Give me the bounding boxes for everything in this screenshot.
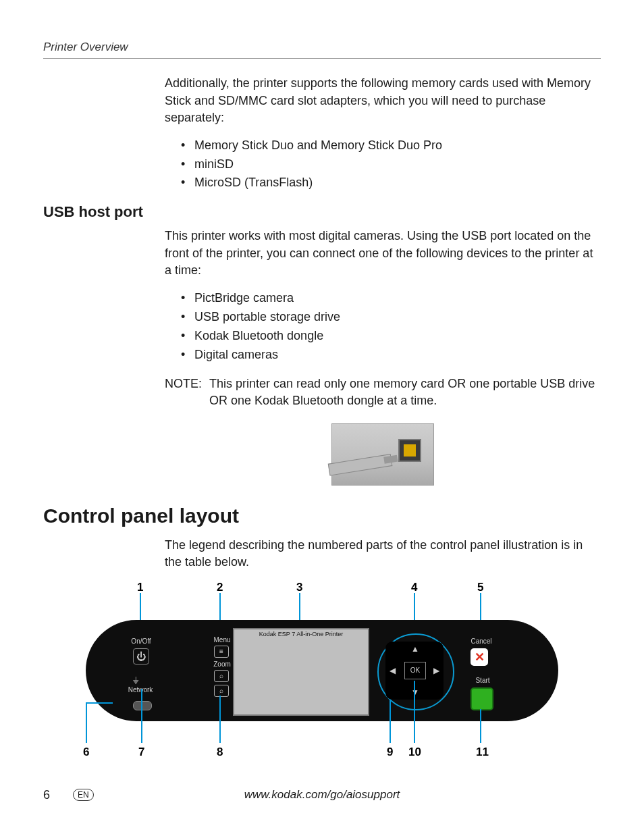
callout-line: [480, 709, 481, 743]
note-row: NOTE: This printer can read only one mem…: [165, 375, 601, 410]
onoff-label: On/Off: [126, 637, 156, 645]
callout-4: 4: [411, 581, 417, 594]
callout-line: [86, 702, 87, 743]
callout-5: 5: [477, 581, 483, 594]
network-label: Network: [124, 686, 157, 694]
callout-7: 7: [138, 746, 144, 759]
callout-1: 1: [137, 581, 143, 594]
start-button-icon: [471, 687, 493, 710]
wifi-led-icon: [133, 701, 152, 710]
callout-11: 11: [476, 746, 489, 759]
list-item: miniSD: [181, 155, 601, 174]
ok-button: OK: [404, 662, 426, 679]
control-panel-paragraph: The legend describing the numbered parts…: [165, 537, 601, 571]
intro-paragraph: Additionally, the printer supports the f…: [165, 75, 601, 127]
cancel-label: Cancel: [468, 637, 495, 645]
callout-3: 3: [296, 581, 302, 594]
usb-device-list: PictBridge camera USB portable storage d…: [181, 289, 601, 365]
usb-plug-icon: [328, 454, 393, 475]
callout-6: 6: [83, 746, 89, 759]
note-label: NOTE:: [165, 375, 209, 410]
lcd-screen: Kodak ESP 7 All-in-One Printer: [233, 628, 369, 716]
list-item: USB portable storage drive: [181, 308, 601, 327]
footer-url: www.kodak.com/go/aiosupport: [244, 788, 400, 802]
power-icon: ⏻: [133, 648, 149, 664]
list-item: PictBridge camera: [181, 289, 601, 308]
page-number: 6: [43, 788, 50, 802]
callout-8: 8: [217, 746, 223, 759]
zoom-out-icon: ⌕: [214, 685, 229, 697]
start-label: Start: [469, 677, 496, 684]
callout-10: 10: [408, 746, 421, 759]
callout-line: [86, 702, 113, 704]
callout-9: 9: [387, 746, 393, 759]
callout-line: [414, 681, 415, 743]
control-panel-diagram: 1 2 3 4 5 On/Off ⏻ ⏚ Network Menu ≡ Zoom…: [86, 581, 558, 770]
list-item: Kodak Bluetooth dongle: [181, 327, 601, 346]
zoom-in-icon: ⌕: [214, 670, 229, 682]
list-item: Memory Stick Duo and Memory Stick Duo Pr…: [181, 136, 601, 155]
page-footer: 6 EN www.kodak.com/go/aiosupport: [43, 788, 601, 802]
network-icon: ⏚: [133, 674, 138, 685]
header-rule: [43, 58, 601, 59]
language-badge: EN: [73, 789, 94, 801]
screen-title: Kodak ESP 7 All-in-One Printer: [234, 631, 368, 637]
menu-label: Menu: [209, 636, 236, 644]
printer-control-panel: On/Off ⏻ ⏚ Network Menu ≡ Zoom ⌕ ⌕ Kodak…: [86, 620, 558, 721]
list-item: MicroSD (TransFlash): [181, 174, 601, 192]
usb-host-port-heading: USB host port: [43, 203, 601, 221]
usb-paragraph: This printer works with most digital cam…: [165, 228, 601, 280]
cancel-button-icon: ✕: [471, 648, 488, 666]
running-header: Printer Overview: [43, 41, 601, 54]
arrow-left-icon: ◀: [390, 666, 396, 675]
usb-port-illustration: [331, 423, 434, 486]
callout-line: [219, 696, 221, 743]
callout-line: [141, 689, 142, 743]
memory-card-list: Memory Stick Duo and Memory Stick Duo Pr…: [181, 136, 601, 193]
callout-line: [390, 700, 391, 743]
arrow-right-icon: ▶: [433, 666, 439, 675]
control-panel-heading: Control panel layout: [43, 504, 601, 527]
usb-port-icon: [398, 439, 421, 462]
arrow-up-icon: ▲: [411, 644, 419, 654]
zoom-label: Zoom: [209, 660, 236, 668]
list-item: Digital cameras: [181, 346, 601, 365]
menu-icon: ≡: [214, 646, 229, 658]
callout-2: 2: [217, 581, 223, 594]
note-text: This printer can read only one memory ca…: [209, 375, 601, 410]
